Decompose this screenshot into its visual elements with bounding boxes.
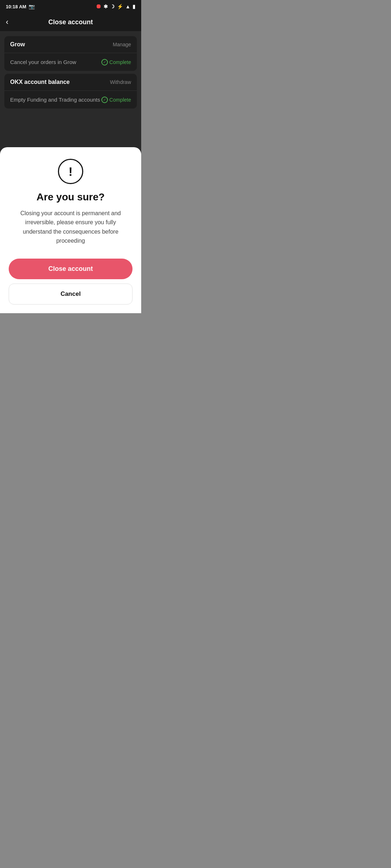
grow-complete-badge: ✓ Complete [101, 59, 131, 65]
status-right: ⏺ ✱ ☽ ⚡ ▲ ▮ [96, 3, 135, 10]
page-header: ‹ Close account [0, 13, 141, 31]
confirmation-modal: ! Are you sure? Closing your account is … [0, 147, 141, 313]
grow-manage-action[interactable]: Manage [113, 42, 131, 47]
okx-section-header: OKX account balance Withdraw [4, 74, 137, 91]
page-title: Close account [48, 18, 93, 26]
okx-complete-badge: ✓ Complete [101, 97, 131, 103]
wifi-icon: ▲ [125, 4, 130, 9]
grow-section-title: Grow [10, 41, 25, 48]
exclamation-icon: ! [68, 165, 72, 178]
cancel-button[interactable]: Cancel [9, 284, 133, 305]
full-page: 10:18 AM 📷 ⏺ ✱ ☽ ⚡ ▲ ▮ ‹ Close account G… [0, 0, 141, 313]
battery-icon: ▮ [133, 4, 135, 9]
status-bar: 10:18 AM 📷 ⏺ ✱ ☽ ⚡ ▲ ▮ [0, 0, 141, 13]
warning-icon-circle: ! [58, 159, 83, 184]
moon-icon: ☽ [110, 4, 115, 9]
modal-title: Are you sure? [9, 191, 133, 203]
grow-section-card: Grow Manage Cancel your orders in Grow ✓… [4, 36, 137, 71]
time-display: 10:18 AM [6, 4, 26, 9]
grow-row-1-text: Cancel your orders in Grow [10, 58, 101, 66]
okx-complete-label: Complete [109, 97, 131, 103]
grow-row-1: Cancel your orders in Grow ✓ Complete [4, 53, 137, 71]
okx-withdraw-action[interactable]: Withdraw [110, 79, 131, 85]
grow-section-header: Grow Manage [4, 36, 137, 53]
back-button[interactable]: ‹ [6, 18, 8, 26]
grow-complete-label: Complete [109, 59, 131, 65]
okx-row-1: Empty Funding and Trading accounts ✓ Com… [4, 91, 137, 109]
close-account-button[interactable]: Close account [9, 259, 133, 279]
okx-section-card: OKX account balance Withdraw Empty Fundi… [4, 74, 137, 109]
check-circle-icon: ✓ [101, 59, 108, 65]
record-icon: ⏺ [96, 3, 101, 10]
okx-section-title: OKX account balance [10, 79, 70, 85]
bluetooth-icon: ✱ [104, 4, 108, 9]
modal-description: Closing your account is permanent and ir… [9, 209, 133, 246]
status-left: 10:18 AM 📷 [6, 4, 35, 9]
bolt-icon: ⚡ [117, 4, 123, 9]
camera-icon: 📷 [29, 4, 35, 9]
okx-row-1-text: Empty Funding and Trading accounts [10, 96, 101, 103]
okx-check-circle-icon: ✓ [101, 97, 108, 103]
